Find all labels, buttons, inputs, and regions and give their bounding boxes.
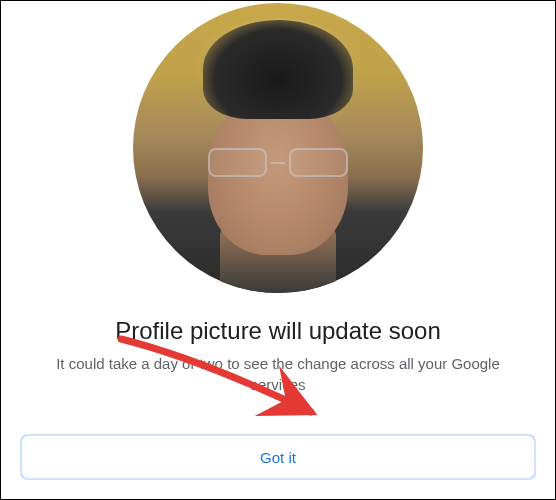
- dialog-heading: Profile picture will update soon: [115, 317, 441, 345]
- profile-avatar: [133, 3, 423, 293]
- got-it-button[interactable]: Got it: [21, 435, 535, 479]
- dialog-subtext: It could take a day or two to see the ch…: [48, 353, 508, 395]
